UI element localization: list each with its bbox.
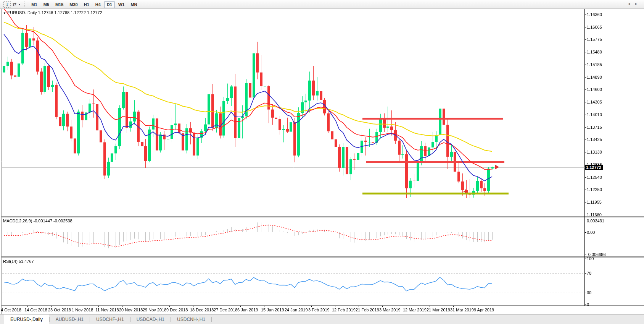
date-axis-label: 21 Mar 2019 bbox=[427, 308, 450, 312]
price-axis-label: 1.13425 bbox=[587, 137, 602, 142]
timeframe-button-m5[interactable]: M5 bbox=[41, 1, 52, 8]
price-axis-label: 1.14600 bbox=[587, 87, 602, 92]
price-axis-label: 1.12540 bbox=[587, 175, 602, 180]
timeframe-button-m30[interactable]: M30 bbox=[67, 1, 80, 8]
macd-axis-label: 0.003431 bbox=[587, 219, 604, 223]
price-axis-label: 1.13715 bbox=[587, 125, 602, 130]
tab-separator bbox=[211, 317, 212, 322]
toolbar-dropdown-icon[interactable]: ▼ bbox=[18, 3, 22, 6]
text-tool-button[interactable]: T bbox=[3, 1, 11, 8]
chart-title: ▼EURUSD-,Daily 1.12748 1.12788 1.12722 1… bbox=[3, 10, 102, 15]
mt4-window: { "toolbar": { "text_tool_label": "T", "… bbox=[0, 0, 644, 324]
date-axis-label: 29 Nov 2018 bbox=[143, 308, 166, 312]
cycle-arrows-icon[interactable]: ⇄ bbox=[11, 1, 18, 7]
symbol-dropdown-icon[interactable]: ▼ bbox=[3, 11, 6, 15]
rsi-axis-label: 30 bbox=[587, 290, 591, 295]
price-axis-label: 1.14305 bbox=[587, 100, 602, 104]
price-axis-label: 1.11660 bbox=[587, 212, 602, 217]
toolbar: T ⇄ ▼ M1M5M15M30H1H4D1W1MN bbox=[0, 0, 644, 9]
rsi-axis-label: 100 bbox=[587, 256, 594, 261]
chart-tab-eurusd-daily[interactable]: EURUSD-,Daily bbox=[4, 314, 49, 324]
price-axis-label: 1.11955 bbox=[587, 200, 602, 204]
current-price-tag: 1.12772 bbox=[585, 165, 603, 170]
date-axis-label: 20 Nov 2018 bbox=[119, 308, 143, 312]
date-axis-label: 18 Dec 2018 bbox=[190, 308, 214, 312]
chart-canvas[interactable] bbox=[0, 0, 644, 324]
timeframe-button-group: M1M5M15M30H1H4D1W1MN bbox=[28, 1, 140, 8]
timeframe-button-w1[interactable]: W1 bbox=[116, 1, 127, 8]
chart-tab-audusd-h1[interactable]: AUDUSD-,H1 bbox=[50, 314, 90, 324]
timeframe-button-d1[interactable]: D1 bbox=[104, 1, 115, 8]
rsi-axis-label: 70 bbox=[587, 271, 591, 275]
date-axis-label: 12 Mar 2019 bbox=[403, 308, 427, 312]
rsi-indicator-label: RSI(14) 51.4767 bbox=[3, 259, 34, 264]
price-axis-label: 1.15775 bbox=[587, 37, 602, 42]
timeframe-button-m1[interactable]: M1 bbox=[29, 1, 40, 8]
date-axis-label: 27 Dec 2018 bbox=[214, 308, 237, 312]
price-axis-label: 1.13130 bbox=[587, 150, 602, 154]
rsi-axis-label: 0 bbox=[587, 302, 589, 307]
macd-axis-label: 0.00 bbox=[587, 230, 595, 235]
toolbar-grip bbox=[24, 2, 25, 7]
chart-tab-usdcnh-h1[interactable]: USDCNH-,H1 bbox=[171, 314, 211, 324]
tab-scroll-right-icon[interactable]: ► bbox=[634, 2, 642, 6]
date-axis-label: 6 Jan 2019 bbox=[237, 308, 258, 312]
tab-scroll-buttons: ◄► bbox=[627, 2, 642, 6]
macd-indicator-label: MACD(12,26,9) -0.001447 -0.002538 bbox=[3, 219, 72, 223]
price-axis-label: 1.16360 bbox=[587, 12, 602, 17]
timeframe-button-h1[interactable]: H1 bbox=[81, 1, 92, 8]
price-axis-label: 1.14890 bbox=[587, 75, 602, 79]
timeframe-button-h4[interactable]: H4 bbox=[93, 1, 103, 8]
date-axis-label: 14 Oct 2018 bbox=[24, 308, 47, 312]
chart-tab-bar: EURUSD-,DailyAUDUSD-,H1USDCHF-,H1USDCAD-… bbox=[0, 314, 644, 324]
timeframe-button-m15[interactable]: M15 bbox=[53, 1, 66, 8]
date-axis-label: 9 Dec 2018 bbox=[166, 308, 188, 312]
chart-tab-usdchf-h1[interactable]: USDCHF-,H1 bbox=[90, 314, 130, 324]
date-axis-label: 1 Nov 2018 bbox=[72, 308, 93, 312]
chart-title-text: EURUSD-,Daily 1.12748 1.12788 1.12722 1.… bbox=[7, 10, 102, 15]
date-axis-label: 3 Mar 2019 bbox=[379, 308, 401, 312]
date-axis-label: 21 Feb 2019 bbox=[356, 308, 379, 312]
date-axis-label: 12 Feb 2019 bbox=[332, 308, 356, 312]
price-axis-label: 1.14010 bbox=[587, 112, 602, 117]
date-axis-label: 11 Nov 2018 bbox=[95, 308, 119, 312]
price-axis-label: 1.16065 bbox=[587, 25, 602, 29]
date-axis-label: 31 Mar 2019 bbox=[450, 308, 474, 312]
date-axis-label: 4 Oct 2018 bbox=[1, 308, 21, 312]
date-axis-label: 24 Jan 2019 bbox=[285, 308, 308, 312]
price-axis-label: 1.15480 bbox=[587, 50, 602, 54]
price-axis-label: 1.12250 bbox=[587, 187, 602, 192]
date-axis-label: 3 Feb 2019 bbox=[308, 308, 330, 312]
chart-tab-usdcad-h1[interactable]: USDCAD-,H1 bbox=[130, 314, 171, 324]
date-axis-label: 9 Apr 2019 bbox=[474, 308, 494, 312]
tab-scroll-left-icon[interactable]: ◄ bbox=[627, 2, 634, 6]
date-axis-label: 15 Jan 2019 bbox=[261, 308, 284, 312]
date-axis-label: 23 Oct 2018 bbox=[48, 308, 71, 312]
price-axis-label: 1.15185 bbox=[587, 62, 602, 67]
timeframe-button-mn[interactable]: MN bbox=[128, 1, 140, 8]
